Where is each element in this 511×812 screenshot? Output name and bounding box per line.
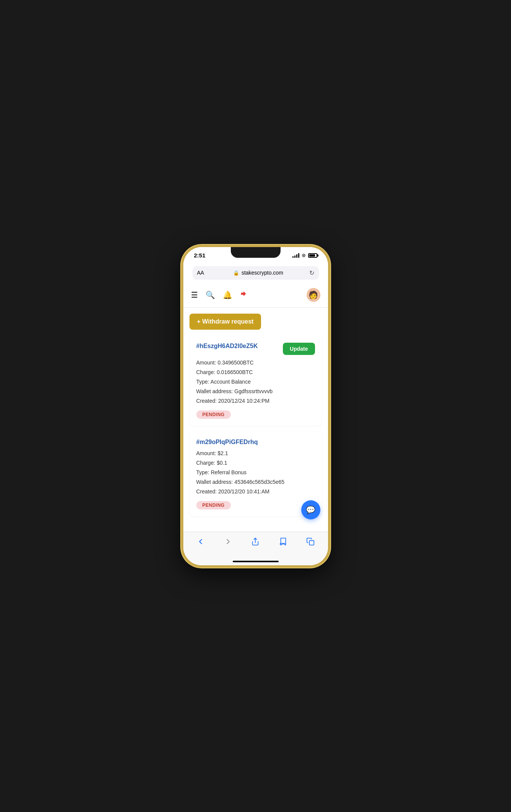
card-1-id: #hEszgH6AD2l0eZ5K <box>196 343 258 350</box>
notch <box>231 247 281 258</box>
url-area: 🔒 stakescrypto.com <box>207 270 309 276</box>
chat-icon: 💬 <box>306 505 315 514</box>
card-1-created: Created: 2020/12/24 10:24:PM <box>196 397 315 405</box>
withdraw-button-label: + Withdraw request <box>197 318 254 325</box>
withdraw-card-2: #m29oPIqPiGFEDrhq Amount: $2.1 Charge: $… <box>189 432 322 516</box>
search-icon[interactable]: 🔍 <box>206 290 215 299</box>
card-1-charge: Charge: 0.0166500BTC <box>196 368 315 376</box>
menu-icon[interactable]: ☰ <box>191 290 198 299</box>
card-2-charge: Charge: $0.1 <box>196 459 315 467</box>
tabs-button[interactable] <box>302 537 318 546</box>
home-indicator <box>233 561 279 562</box>
chat-button[interactable]: 💬 <box>301 500 320 519</box>
svg-rect-1 <box>309 540 314 545</box>
card-2-wallet: Wallet address: 453646c565d3c5e65 <box>196 478 315 486</box>
signal-icon <box>292 253 299 258</box>
card-1-amount: Amount: 0.3496500BTC <box>196 359 315 367</box>
card-1-wallet: Wallet address: Ggdfsssrttvvvvb <box>196 387 315 395</box>
card-2-amount: Amount: $2.1 <box>196 449 315 457</box>
top-nav: ☰ 🔍 🔔 🧑 <box>183 283 328 308</box>
wifi-icon: ⊛ <box>302 252 306 258</box>
browser-bar: AA 🔒 stakescrypto.com ↻ <box>193 266 319 280</box>
content-area: + Withdraw request #hEszgH6AD2l0eZ5K Upd… <box>183 308 328 529</box>
back-button[interactable] <box>193 537 209 546</box>
refresh-icon[interactable]: ↻ <box>309 269 314 277</box>
update-button-1[interactable]: Update <box>283 343 315 355</box>
card-1-type: Type: Account Balance <box>196 378 315 386</box>
exit-icon[interactable] <box>240 290 248 300</box>
url-text: stakescrypto.com <box>242 270 283 276</box>
withdraw-request-button[interactable]: + Withdraw request <box>189 314 261 330</box>
status-icons: ⊛ <box>292 252 317 258</box>
card-1-status: PENDING <box>196 410 231 419</box>
bottom-nav <box>183 532 328 565</box>
card-1-header: #hEszgH6AD2l0eZ5K Update <box>196 343 315 355</box>
card-2-status: PENDING <box>196 501 231 509</box>
aa-label: AA <box>197 270 204 276</box>
card-2-type: Type: Referral Bonus <box>196 469 315 477</box>
card-2-header: #m29oPIqPiGFEDrhq <box>196 439 315 446</box>
share-button[interactable] <box>247 537 263 546</box>
avatar[interactable]: 🧑 <box>307 288 320 302</box>
withdraw-card-1: #hEszgH6AD2l0eZ5K Update Amount: 0.34965… <box>189 336 322 426</box>
lock-icon: 🔒 <box>233 270 239 276</box>
scroll-wrapper: ☰ 🔍 🔔 🧑 + Withdraw request #hEszg <box>183 283 328 530</box>
card-2-created: Created: 2020/12/20 10:41:AM <box>196 488 315 496</box>
bell-icon[interactable]: 🔔 <box>223 290 232 299</box>
card-2-id: #m29oPIqPiGFEDrhq <box>196 439 258 446</box>
battery-icon <box>308 253 317 258</box>
phone-frame: 2:51 ⊛ AA 🔒 stakescrypto.com ↻ ☰ 🔍 <box>181 245 330 568</box>
forward-button[interactable] <box>220 537 236 546</box>
bookmarks-button[interactable] <box>275 537 291 546</box>
status-time: 2:51 <box>194 252 206 259</box>
